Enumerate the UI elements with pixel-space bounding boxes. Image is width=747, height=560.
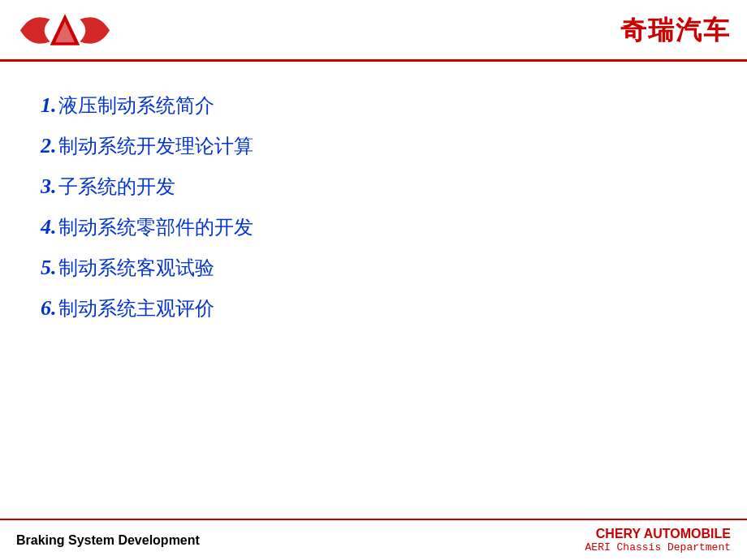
- menu-item-4[interactable]: 4.制动系统零部件的开发: [41, 214, 706, 240]
- footer-right-block: CHERY AUTOMOBILE AERI Chassis Department: [585, 527, 731, 554]
- menu-number-2: 2.: [41, 134, 57, 157]
- menu-item-1[interactable]: 1.液压制动系统简介: [41, 93, 706, 118]
- menu-number-6: 6.: [41, 296, 57, 320]
- menu-item-3[interactable]: 3.子系统的开发: [41, 174, 706, 200]
- footer-title: Braking System Development: [16, 533, 200, 548]
- menu-text-3: 子系统的开发: [58, 176, 175, 197]
- cap-logo-icon: [16, 8, 114, 53]
- menu-text-6: 制动系统主观评价: [58, 298, 214, 319]
- footer: Braking System Development CHERY AUTOMOB…: [0, 519, 747, 560]
- menu-text-1: 液压制动系统简介: [58, 95, 214, 116]
- menu-item-5[interactable]: 5.制动系统客观试验: [41, 255, 706, 281]
- main-content: 1.液压制动系统简介 2.制动系统开发理论计算 3.子系统的开发 4.制动系统零…: [0, 62, 747, 352]
- menu-number-3: 3.: [41, 174, 57, 198]
- menu-text-4: 制动系统零部件的开发: [58, 217, 253, 238]
- menu-item-6[interactable]: 6.制动系统主观评价: [41, 295, 706, 321]
- footer-brand: CHERY AUTOMOBILE: [585, 527, 731, 541]
- brand-text: 奇瑞汽车: [620, 13, 731, 49]
- footer-dept: AERI Chassis Department: [585, 541, 731, 554]
- logo-left: [16, 8, 114, 53]
- header: 奇瑞汽车: [0, 0, 747, 62]
- menu-number-4: 4.: [41, 215, 57, 239]
- menu-number-1: 1.: [41, 93, 57, 117]
- menu-number-5: 5.: [41, 256, 57, 279]
- menu-item-2[interactable]: 2.制动系统开发理论计算: [41, 133, 706, 159]
- menu-text-5: 制动系统客观试验: [58, 257, 214, 278]
- menu-text-2: 制动系统开发理论计算: [58, 136, 253, 157]
